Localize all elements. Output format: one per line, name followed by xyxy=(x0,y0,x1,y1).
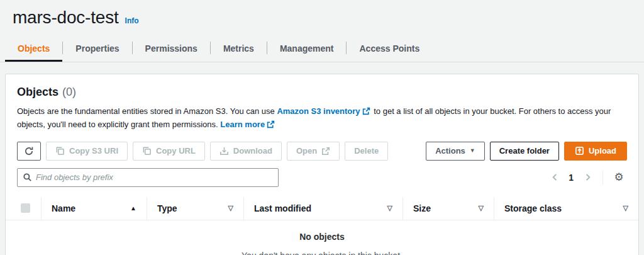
bucket-tabs: Objects Properties Permissions Metrics M… xyxy=(0,35,644,62)
download-button[interactable]: Download xyxy=(210,142,282,161)
sort-ascending-icon: ▲ xyxy=(130,205,136,212)
objects-table-header: Name ▲ Type ▽ Last modified ▽ Size ▽ Sto… xyxy=(6,197,638,220)
filter-row: 1 ⚙ xyxy=(6,168,638,187)
empty-state-title: No objects xyxy=(6,232,638,242)
column-header-name[interactable]: Name ▲ xyxy=(41,197,147,220)
object-count: (0) xyxy=(62,86,76,99)
column-header-size[interactable]: Size ▽ xyxy=(402,197,494,220)
objects-panel: Objects (0) Objects are the fundamental … xyxy=(5,74,639,255)
column-header-last-modified[interactable]: Last modified ▽ xyxy=(243,197,402,220)
select-all-cell xyxy=(6,197,41,220)
tab-objects[interactable]: Objects xyxy=(5,35,62,62)
info-link[interactable]: Info xyxy=(125,16,139,25)
previous-page-button[interactable] xyxy=(547,170,562,185)
panel-description: Objects are the fundamental entities sto… xyxy=(6,105,628,132)
open-external-icon xyxy=(321,147,330,156)
sort-icon: ▽ xyxy=(228,204,233,212)
gear-icon: ⚙ xyxy=(614,172,623,183)
description-text-1: Objects are the fundamental entities sto… xyxy=(17,106,275,116)
current-page-number: 1 xyxy=(569,173,574,183)
empty-state: No objects You don't have any objects in… xyxy=(6,220,638,255)
sort-icon: ▽ xyxy=(479,204,484,212)
refresh-button[interactable] xyxy=(17,142,41,161)
column-header-type[interactable]: Type ▽ xyxy=(147,197,243,220)
column-header-storage-class[interactable]: Storage class ▽ xyxy=(494,197,638,220)
open-button[interactable]: Open xyxy=(287,142,340,161)
next-page-button[interactable] xyxy=(580,170,595,185)
search-box xyxy=(17,168,279,187)
bucket-title: mars-doc-test xyxy=(13,8,119,28)
tab-metrics[interactable]: Metrics xyxy=(211,35,267,62)
copy-icon xyxy=(55,146,65,156)
tab-access-points[interactable]: Access Points xyxy=(347,35,432,62)
create-folder-button[interactable]: Create folder xyxy=(490,142,559,161)
external-link-icon xyxy=(362,107,370,115)
upload-button[interactable]: Upload xyxy=(564,142,627,161)
refresh-icon xyxy=(24,146,34,156)
panel-title: Objects xyxy=(17,86,58,99)
upload-icon xyxy=(575,146,584,156)
objects-toolbar: Copy S3 URI Copy URL Download Open Delet… xyxy=(6,142,638,161)
caret-down-icon: ▼ xyxy=(470,148,475,154)
copy-s3-uri-button[interactable]: Copy S3 URI xyxy=(46,142,128,161)
tab-permissions[interactable]: Permissions xyxy=(133,35,210,62)
page-header: mars-doc-test Info xyxy=(0,0,644,28)
search-icon xyxy=(23,173,32,182)
learn-more-link[interactable]: Learn more xyxy=(220,120,276,129)
download-icon xyxy=(219,146,229,156)
preferences-button[interactable]: ⚙ xyxy=(611,169,627,186)
s3-inventory-link[interactable]: Amazon S3 inventory xyxy=(277,106,371,116)
pager-divider xyxy=(602,171,603,184)
copy-icon xyxy=(142,146,152,156)
panel-header: Objects (0) xyxy=(6,86,638,99)
search-input[interactable] xyxy=(36,173,273,182)
chevron-right-icon xyxy=(583,173,592,182)
tab-properties[interactable]: Properties xyxy=(63,35,131,62)
copy-url-button[interactable]: Copy URL xyxy=(133,142,205,161)
select-all-checkbox[interactable] xyxy=(21,203,30,213)
sort-icon: ▽ xyxy=(387,204,392,212)
sort-icon: ▽ xyxy=(623,204,628,212)
actions-dropdown-button[interactable]: Actions ▼ xyxy=(426,142,485,161)
tab-management[interactable]: Management xyxy=(267,35,347,62)
pagination: 1 ⚙ xyxy=(547,169,627,186)
delete-button[interactable]: Delete xyxy=(345,142,388,161)
chevron-left-icon xyxy=(550,173,560,182)
external-link-icon xyxy=(267,120,275,128)
empty-state-message: You don't have any objects in this bucke… xyxy=(6,251,638,255)
